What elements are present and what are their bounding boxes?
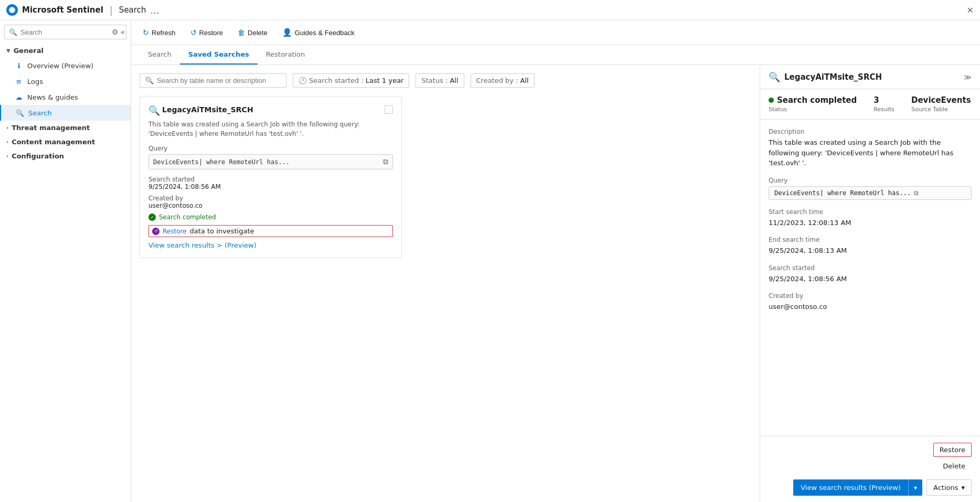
sidebar-group-general[interactable]: ▼ General xyxy=(0,44,131,58)
filter-search-input[interactable] xyxy=(157,77,281,84)
left-panel: 🔍 🕐 Search started : Last 1 year Status … xyxy=(131,65,760,502)
more-options-button[interactable]: ... xyxy=(150,5,159,16)
search-card-header: 🔍 LegacyAiTMsite_SRCH xyxy=(148,105,393,114)
chevron-right-icon: › xyxy=(6,139,8,145)
filter-search-icon: 🔍 xyxy=(145,77,154,84)
footer-delete-button[interactable]: Delete xyxy=(936,459,972,473)
title-divider: | xyxy=(110,5,113,16)
sidebar-settings-icon[interactable]: ⚙ xyxy=(112,28,119,36)
filter-bar: 🔍 🕐 Search started : Last 1 year Status … xyxy=(140,73,751,88)
sidebar: 🔍 ⚙ « ▼ General ℹ Overview (Preview) ≡ L… xyxy=(0,20,131,502)
status-dot-icon: ✓ xyxy=(148,213,156,221)
refresh-button[interactable]: ↻ Refresh xyxy=(140,26,179,39)
sidebar-group-threat[interactable]: › Threat management xyxy=(0,121,131,135)
sidebar-group-label: Configuration xyxy=(12,152,64,160)
created-by-label: Created by xyxy=(148,195,393,202)
actions-button[interactable]: Actions ▾ xyxy=(926,479,972,496)
copy-query-detail-button[interactable]: ⧉ xyxy=(914,189,919,197)
restore-button[interactable]: ↺ Restore xyxy=(187,26,227,39)
stat-results-value: 3 xyxy=(874,95,894,105)
search-started-value: 9/25/2024, 1:08:56 AM xyxy=(148,183,393,190)
filter-chip-value: All xyxy=(520,77,529,84)
view-search-results-button[interactable]: View search results (Preview) ▾ xyxy=(793,479,922,496)
description-label: Description xyxy=(769,128,972,135)
footer-btn-group: Restore Delete xyxy=(933,443,972,473)
restore-text: data to investigate xyxy=(190,227,254,235)
logs-icon: ≡ xyxy=(15,77,23,86)
stat-source-table-label: Source Table xyxy=(911,106,971,113)
svg-point-1 xyxy=(10,8,14,12)
start-search-time-label: Start search time xyxy=(769,208,972,216)
copy-query-button[interactable]: ⧉ xyxy=(383,157,388,166)
sidebar-item-logs[interactable]: ≡ Logs xyxy=(0,73,131,89)
expand-panel-button[interactable]: ≫ xyxy=(964,73,972,81)
sidebar-item-overview[interactable]: ℹ Overview (Preview) xyxy=(0,58,131,73)
description-value: This table was created using a Search Jo… xyxy=(769,137,972,168)
sidebar-group-label: Threat management xyxy=(12,124,90,132)
search-started-label: Search started xyxy=(769,264,972,272)
created-by-value: user@contoso.co xyxy=(148,202,393,209)
app-logo xyxy=(6,4,18,16)
filter-chip-search-started[interactable]: 🕐 Search started : Last 1 year xyxy=(293,73,409,88)
tab-restoration[interactable]: Restoration xyxy=(258,45,313,65)
sidebar-item-news[interactable]: ☁ News & guides xyxy=(0,89,131,105)
stat-results-label: Results xyxy=(874,106,894,113)
delete-label: Delete xyxy=(248,29,268,37)
sidebar-group-content[interactable]: › Content management xyxy=(0,135,131,149)
restore-icon: ↺ xyxy=(152,228,159,235)
stat-results: 3 Results xyxy=(874,95,894,113)
search-card-checkbox[interactable] xyxy=(385,105,393,114)
stat-status-value: Search completed xyxy=(777,95,857,105)
search-card-title: LegacyAiTMsite_SRCH xyxy=(162,105,380,114)
filter-chip-value: All xyxy=(450,77,458,84)
query-text: DeviceEvents| where RemoteUrl has... xyxy=(153,158,380,166)
chevron-right-icon: › xyxy=(6,153,8,159)
start-search-time-value: 11/2/2023, 12:08:13 AM xyxy=(769,218,972,228)
refresh-label: Refresh xyxy=(152,29,176,37)
sidebar-search-input[interactable] xyxy=(20,28,109,36)
search-started-value: 9/25/2024, 1:08:56 AM xyxy=(769,274,972,284)
chevron-right-icon: › xyxy=(6,125,8,131)
search-started-section: Search started 9/25/2024, 1:08:56 AM xyxy=(148,176,393,190)
top-bar: Microsoft Sentinel | Search ... ✕ xyxy=(0,0,980,20)
query-label: Query xyxy=(769,177,972,184)
restore-label: Restore xyxy=(199,29,223,37)
search-card-description: This table was created using a Search Jo… xyxy=(148,120,393,138)
actions-label: Actions xyxy=(933,484,958,492)
end-search-time-label: End search time xyxy=(769,236,972,243)
footer-restore-button[interactable]: Restore xyxy=(933,443,972,457)
tab-saved-searches[interactable]: Saved Searches xyxy=(180,45,258,65)
stat-source-table: DeviceEvents Source Table xyxy=(911,95,971,113)
sidebar-item-label: Overview (Preview) xyxy=(27,62,93,70)
delete-button[interactable]: 🗑 Delete xyxy=(235,26,271,39)
sidebar-collapse-icon[interactable]: « xyxy=(121,28,125,36)
sidebar-search-container[interactable]: 🔍 ⚙ « xyxy=(4,25,126,39)
guides-button[interactable]: 👤 Guides & Feedback xyxy=(279,26,358,39)
overview-icon: ℹ xyxy=(15,61,23,70)
restore-icon: ↺ xyxy=(190,28,197,37)
restore-link[interactable]: Restore xyxy=(163,228,187,235)
search-started-label: Search started xyxy=(148,176,393,183)
sidebar-item-search[interactable]: 🔍 Search xyxy=(0,105,131,121)
main-content: ↻ Refresh ↺ Restore 🗑 Delete 👤 Guides & … xyxy=(131,20,980,502)
content-area: 🔍 🕐 Search started : Last 1 year Status … xyxy=(131,65,980,502)
chevron-down-icon[interactable]: ▾ xyxy=(909,480,922,496)
filter-chip-created-by[interactable]: Created by : All xyxy=(471,73,535,88)
search-card-search-icon: 🔍 xyxy=(148,105,158,114)
description-section: Description This table was created using… xyxy=(769,128,972,168)
filter-chip-status[interactable]: Status : All xyxy=(416,73,464,88)
sidebar-group-label: General xyxy=(14,47,44,55)
filter-search-container[interactable]: 🔍 xyxy=(140,73,286,88)
stat-source-table-value: DeviceEvents xyxy=(911,95,971,105)
sidebar-group-config[interactable]: › Configuration xyxy=(0,149,131,163)
right-panel: 🔍 LegacyAiTMsite_SRCH ≫ Search completed… xyxy=(760,65,980,502)
status-row: ✓ Search completed xyxy=(148,213,393,221)
end-search-time-section: End search time 9/25/2024, 1:08:13 AM xyxy=(769,236,972,256)
search-icon: 🔍 xyxy=(16,109,24,117)
tab-search[interactable]: Search xyxy=(140,45,180,65)
stats-row: Search completed Status 3 Results Device… xyxy=(760,89,980,120)
close-button[interactable]: ✕ xyxy=(967,5,974,15)
status-label: Search completed xyxy=(159,213,216,221)
view-results-link[interactable]: View search results > (Preview) xyxy=(148,241,257,249)
right-panel-search-icon: 🔍 xyxy=(769,71,780,82)
